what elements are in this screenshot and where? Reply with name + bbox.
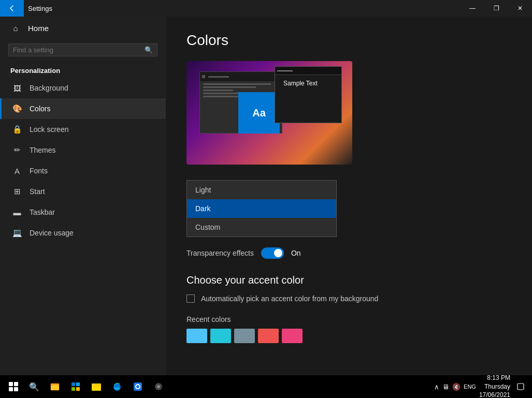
preview-sample-text-area: Sample Text bbox=[275, 75, 341, 91]
auto-accent-row: Automatically pick an accent color from … bbox=[186, 294, 511, 303]
preview-sq bbox=[250, 125, 258, 132]
network-icon[interactable]: 🖥 bbox=[442, 383, 449, 391]
preview-aa-text: Aa bbox=[252, 107, 266, 119]
taskbar-app-store[interactable] bbox=[66, 377, 85, 396]
transparency-state: On bbox=[291, 249, 301, 257]
sidebar-item-themes-label: Themes bbox=[30, 146, 56, 154]
lock-screen-icon: 🔒 bbox=[12, 124, 22, 135]
preview-container: Aa Sample Text bbox=[186, 61, 352, 165]
recent-colors-title: Recent colors bbox=[186, 315, 511, 323]
taskbar-app-edge[interactable] bbox=[108, 377, 126, 396]
dropdown-option-dark[interactable]: Dark bbox=[187, 199, 336, 218]
notification-button[interactable] bbox=[513, 379, 528, 394]
recent-color-swatches bbox=[186, 329, 511, 343]
svg-rect-3 bbox=[71, 382, 75, 386]
background-icon: 🖼 bbox=[12, 83, 22, 93]
sidebar-item-background[interactable]: 🖼 Background bbox=[0, 78, 166, 98]
color-swatch-5[interactable] bbox=[282, 329, 303, 343]
lang-label[interactable]: ENG bbox=[464, 384, 476, 390]
svg-rect-2 bbox=[51, 384, 54, 386]
svg-point-14 bbox=[157, 385, 160, 388]
fonts-icon: A bbox=[12, 166, 22, 176]
color-swatch-3[interactable] bbox=[234, 329, 255, 343]
auto-accent-checkbox[interactable] bbox=[186, 294, 195, 303]
taskbar-date-line1: Thursday bbox=[479, 382, 510, 391]
start-icon: ⊞ bbox=[12, 186, 22, 197]
taskbar-search-button[interactable]: 🔍 bbox=[25, 377, 44, 396]
search-box[interactable]: 🔍 bbox=[8, 43, 157, 56]
svg-rect-8 bbox=[92, 384, 96, 385]
svg-rect-4 bbox=[76, 382, 80, 386]
svg-rect-5 bbox=[71, 387, 75, 391]
sidebar-item-lock-screen-label: Lock screen bbox=[30, 125, 68, 134]
preview-sq bbox=[269, 125, 278, 132]
window-controls: — ❐ ✕ bbox=[461, 0, 532, 17]
sidebar-item-fonts[interactable]: A Fonts bbox=[0, 160, 166, 181]
sidebar-item-colors-label: Colors bbox=[30, 105, 50, 113]
maximize-button[interactable]: ❐ bbox=[484, 0, 508, 17]
taskbar-time: 8:13 PM bbox=[479, 374, 510, 382]
close-button[interactable]: ✕ bbox=[508, 0, 532, 17]
color-swatch-2[interactable] bbox=[210, 329, 231, 343]
dropdown-option-light[interactable]: Light bbox=[187, 181, 336, 199]
svg-point-12 bbox=[136, 385, 139, 388]
svg-rect-6 bbox=[76, 387, 80, 391]
preview-sq bbox=[260, 125, 268, 132]
taskbar-app-explorer[interactable] bbox=[46, 377, 64, 396]
sidebar-item-colors[interactable]: 🎨 Colors bbox=[0, 98, 166, 119]
taskbar-app-files[interactable] bbox=[87, 377, 106, 396]
back-button[interactable] bbox=[0, 0, 24, 17]
title-bar: Settings — ❐ ✕ bbox=[0, 0, 532, 17]
minimize-button[interactable]: — bbox=[461, 0, 484, 17]
transparency-toggle[interactable] bbox=[261, 247, 284, 259]
taskbar-app-settings[interactable] bbox=[149, 377, 168, 396]
colors-icon: 🎨 bbox=[12, 104, 22, 114]
window-title: Settings bbox=[24, 5, 461, 12]
preview-line bbox=[203, 83, 271, 85]
taskbar-date-line2: 17/06/2021 bbox=[479, 391, 510, 398]
preview-light-titlebar bbox=[275, 67, 341, 75]
transparency-label: Transparency effects bbox=[186, 249, 254, 257]
preview-sample-text: Sample Text bbox=[279, 77, 322, 90]
svg-rect-1 bbox=[51, 385, 59, 390]
content-area: Colors Aa bbox=[166, 17, 532, 375]
volume-icon[interactable]: 🔇 bbox=[452, 383, 461, 391]
transparency-row: Transparency effects On bbox=[186, 247, 511, 259]
windows-logo bbox=[9, 382, 18, 391]
home-icon: ⌂ bbox=[10, 23, 21, 33]
search-input[interactable] bbox=[13, 46, 145, 54]
sidebar-section-title: Personalization bbox=[0, 61, 166, 78]
sidebar-item-taskbar[interactable]: ▬ Taskbar bbox=[0, 202, 166, 223]
sidebar-item-start[interactable]: ⊞ Start bbox=[0, 181, 166, 202]
sidebar-item-taskbar-label: Taskbar bbox=[30, 208, 55, 216]
color-swatch-4[interactable] bbox=[258, 329, 279, 343]
preview-dark-titlebar bbox=[200, 72, 282, 81]
themes-icon: ✏ bbox=[12, 145, 22, 155]
sidebar-item-background-label: Background bbox=[30, 84, 68, 92]
sidebar-item-start-label: Start bbox=[30, 187, 45, 196]
dropdown-option-custom[interactable]: Custom bbox=[187, 218, 336, 237]
auto-accent-label: Automatically pick an accent color from … bbox=[201, 294, 378, 303]
color-swatch-1[interactable] bbox=[186, 329, 207, 343]
taskbar-tray: ∧ 🖥 🔇 ENG 8:13 PM Thursday 17/06/2021 bbox=[434, 374, 528, 398]
preview-blue-box: Aa bbox=[238, 92, 280, 134]
sidebar-item-fonts-label: Fonts bbox=[30, 167, 48, 175]
tray-chevron-icon[interactable]: ∧ bbox=[434, 383, 439, 391]
preview-line bbox=[203, 86, 256, 88]
taskbar-clock[interactable]: 8:13 PM Thursday 17/06/2021 bbox=[479, 374, 510, 398]
page-title: Colors bbox=[186, 32, 511, 49]
taskbar-nav-icon: ▬ bbox=[12, 207, 22, 217]
home-label: Home bbox=[28, 24, 49, 33]
taskbar-app-badge[interactable] bbox=[128, 377, 147, 396]
taskbar: 🔍 bbox=[0, 375, 532, 398]
search-icon: 🔍 bbox=[145, 46, 153, 54]
sidebar-item-themes[interactable]: ✏ Themes bbox=[0, 140, 166, 160]
sidebar-item-lock-screen[interactable]: 🔒 Lock screen bbox=[0, 119, 166, 140]
mode-dropdown[interactable]: Light Dark Custom bbox=[186, 180, 337, 237]
start-button[interactable] bbox=[4, 377, 23, 396]
preview-light-window: Sample Text bbox=[275, 66, 342, 123]
sidebar-item-device-usage[interactable]: 💻 Device usage bbox=[0, 223, 166, 243]
sidebar-item-home[interactable]: ⌂ Home bbox=[0, 17, 166, 39]
accent-title: Choose your accent color bbox=[186, 274, 511, 286]
device-usage-icon: 💻 bbox=[12, 228, 22, 238]
